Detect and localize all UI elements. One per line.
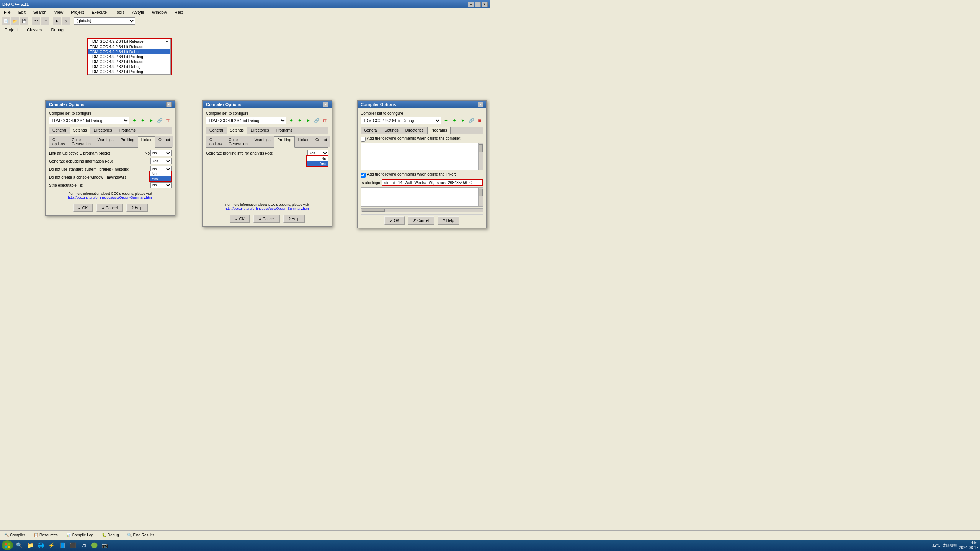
dialog1-subtab-output[interactable]: Output bbox=[155, 136, 173, 147]
menu-file[interactable]: File bbox=[2, 9, 13, 15]
dialog2-tab-settings[interactable]: Settings bbox=[227, 127, 247, 134]
dialog1-compiler-dropdown[interactable]: TDM-GCC 4.9.2 64-bit Debug bbox=[49, 117, 129, 124]
dropdown-option-0[interactable]: TDM-GCC 4.9.2 64-bit Release bbox=[88, 44, 170, 49]
menu-search[interactable]: Search bbox=[31, 9, 49, 15]
dialog1-subtab-profiling[interactable]: Profiling bbox=[117, 136, 138, 147]
dialog2-tab-general[interactable]: General bbox=[206, 127, 227, 134]
dialog1-subtab-coptions[interactable]: C options bbox=[49, 136, 68, 147]
dialog3-compiler-dropdown[interactable]: TDM-GCC 4.9.2 64-bit Debug bbox=[361, 117, 441, 124]
dialog2-dropdown-no[interactable]: No bbox=[307, 156, 328, 161]
tab-project[interactable]: Project bbox=[3, 27, 19, 33]
dialog1-tab-general[interactable]: General bbox=[49, 127, 70, 134]
dialog1-subtab-linker[interactable]: Linker bbox=[138, 136, 155, 148]
maximize-button[interactable]: □ bbox=[475, 2, 481, 7]
dialog3-tab-directories[interactable]: Directories bbox=[402, 127, 427, 134]
dialog3-ok-button[interactable]: ✓ OK bbox=[384, 216, 405, 225]
new-button[interactable]: 📄 bbox=[2, 17, 10, 25]
dialog1-subtab-codegen[interactable]: Code Generation bbox=[68, 136, 94, 147]
close-button[interactable]: × bbox=[482, 2, 488, 7]
save-button[interactable]: 💾 bbox=[20, 17, 28, 25]
dialog1-row1-select[interactable]: NoYes bbox=[150, 158, 172, 164]
dialog2-icon-arrow[interactable]: ➤ bbox=[305, 117, 312, 124]
dialog2-icon-delete[interactable]: 🗑 bbox=[322, 117, 328, 124]
dialog2-subtab-profiling[interactable]: Profiling bbox=[274, 136, 295, 148]
dialog3-checkbox2[interactable] bbox=[361, 173, 366, 178]
menu-astyle[interactable]: AStyle bbox=[130, 9, 147, 15]
dialog2-icon-add[interactable]: ✦ bbox=[288, 117, 295, 124]
dropdown-option-5[interactable]: TDM-GCC 4.9.2 32-bit Profiling bbox=[88, 69, 170, 74]
dialog2-tab-directories[interactable]: Directories bbox=[247, 127, 273, 134]
dialog3-scrollbar1[interactable] bbox=[478, 143, 483, 170]
open-button[interactable]: 📂 bbox=[11, 17, 19, 25]
dialog1-help-button[interactable]: ? Help bbox=[126, 204, 148, 212]
dialog1-icon-link[interactable]: 🔗 bbox=[156, 117, 163, 124]
dialog3-scrollbar2[interactable] bbox=[478, 188, 483, 206]
dialog3-tab-general[interactable]: General bbox=[361, 127, 381, 134]
dialog2-icon-edit[interactable]: ✦ bbox=[296, 117, 303, 124]
dialog2-footer-link[interactable]: http://gcc.gnu.org/onlinedocs/gcc/Option… bbox=[225, 207, 310, 210]
dialog2-subtab-coptions[interactable]: C options bbox=[206, 136, 225, 147]
tab-debug[interactable]: Debug bbox=[49, 27, 65, 33]
dialog1-subtab-warnings[interactable]: Warnings bbox=[94, 136, 117, 147]
dialog1-dropdown-no[interactable]: No bbox=[150, 171, 171, 176]
dialog1-row4-select[interactable]: NoYes bbox=[150, 182, 172, 188]
dialog1-footer-link[interactable]: http://gcc.gnu.org/onlinedocs/gcc/Option… bbox=[68, 196, 153, 199]
dropdown-option-1[interactable]: TDM-GCC 4.9.2 64-bit Debug bbox=[88, 49, 170, 54]
menu-view[interactable]: View bbox=[52, 9, 66, 15]
dialog1-tab-programs[interactable]: Programs bbox=[116, 127, 139, 134]
dialog1-icon-delete[interactable]: 🗑 bbox=[165, 117, 172, 124]
dialog3-icon-link[interactable]: 🔗 bbox=[468, 117, 475, 124]
menu-execute[interactable]: Execute bbox=[89, 9, 109, 15]
menu-edit[interactable]: Edit bbox=[16, 9, 28, 15]
dialog3-icon-edit[interactable]: ✦ bbox=[451, 117, 458, 124]
redo-button[interactable]: ↷ bbox=[41, 17, 49, 25]
menu-project[interactable]: Project bbox=[69, 9, 86, 15]
dialog2-subtab-linker[interactable]: Linker bbox=[295, 136, 312, 147]
dialog1-icon-add[interactable]: ✦ bbox=[131, 117, 138, 124]
dialog1-ok-button[interactable]: ✓ OK bbox=[73, 204, 93, 212]
dialog2-compiler-dropdown[interactable]: TDM-GCC 4.9.2 64-bit Debug bbox=[206, 117, 286, 124]
tab-classes[interactable]: Classes bbox=[25, 27, 43, 33]
dialog1-icon-arrow[interactable]: ➤ bbox=[148, 117, 155, 124]
minimize-button[interactable]: − bbox=[468, 2, 474, 7]
dialog2-close-button[interactable]: × bbox=[323, 102, 328, 107]
dialog3-tab-programs[interactable]: Programs bbox=[427, 127, 451, 134]
dialog1-close-button[interactable]: × bbox=[166, 102, 172, 107]
dialog3-icon-arrow[interactable]: ➤ bbox=[459, 117, 466, 124]
menu-tools[interactable]: Tools bbox=[112, 9, 127, 15]
dialog2-ok-button[interactable]: ✓ OK bbox=[230, 215, 250, 223]
dialog1-tab-directories[interactable]: Directories bbox=[90, 127, 116, 134]
dialog1-tab-settings[interactable]: Settings bbox=[70, 127, 90, 134]
dialog3-tab-settings[interactable]: Settings bbox=[381, 127, 402, 134]
dialog3-checkbox1[interactable] bbox=[361, 137, 366, 142]
dialog3-linker-input[interactable] bbox=[382, 179, 483, 186]
run-button[interactable]: ▷ bbox=[62, 17, 70, 25]
dialog2-icon-link[interactable]: 🔗 bbox=[313, 117, 320, 124]
dialog2-subtab-output[interactable]: Output bbox=[312, 136, 330, 147]
dialog2-subtab-codegen[interactable]: Code Generation bbox=[225, 136, 251, 147]
dialog2-cancel-button[interactable]: ✗ Cancel bbox=[253, 215, 280, 223]
dialog3-icon-add[interactable]: ✦ bbox=[443, 117, 449, 124]
dropdown-option-2[interactable]: TDM-GCC 4.9.2 64-bit Profiling bbox=[88, 54, 170, 59]
dialog1-row0-select[interactable]: NoYes bbox=[150, 150, 172, 156]
dialog2-help-button[interactable]: ? Help bbox=[283, 215, 305, 223]
dropdown-option-3[interactable]: TDM-GCC 4.9.2 32-bit Release bbox=[88, 59, 170, 64]
dialog3-help-button[interactable]: ? Help bbox=[438, 216, 459, 225]
dialog3-hscrollbar[interactable] bbox=[361, 208, 483, 212]
dialog3-icon-delete[interactable]: 🗑 bbox=[476, 117, 483, 124]
menu-help[interactable]: Help bbox=[172, 9, 186, 15]
compile-button[interactable]: ▶ bbox=[53, 17, 61, 25]
menu-window[interactable]: Window bbox=[150, 9, 169, 15]
dialog1-dropdown-yes[interactable]: Yes bbox=[150, 176, 171, 181]
dialog3-cancel-button[interactable]: ✗ Cancel bbox=[408, 216, 434, 225]
dialog1-icon-edit[interactable]: ✦ bbox=[139, 117, 146, 124]
dialog3-close-button[interactable]: × bbox=[478, 102, 483, 107]
undo-button[interactable]: ↶ bbox=[32, 17, 40, 25]
dropdown-header[interactable]: TDM-GCC 4.9.2 64-bit Release ▼ bbox=[88, 39, 171, 44]
dialog2-dropdown-yes[interactable]: Yes bbox=[307, 161, 328, 166]
dialog2-tab-programs[interactable]: Programs bbox=[273, 127, 296, 134]
dialog1-cancel-button[interactable]: ✗ Cancel bbox=[96, 204, 123, 212]
dialog2-subtab-warnings[interactable]: Warnings bbox=[251, 136, 274, 147]
globals-dropdown[interactable]: (globals) bbox=[74, 17, 135, 25]
dropdown-option-4[interactable]: TDM-GCC 4.9.2 32-bit Debug bbox=[88, 64, 170, 69]
